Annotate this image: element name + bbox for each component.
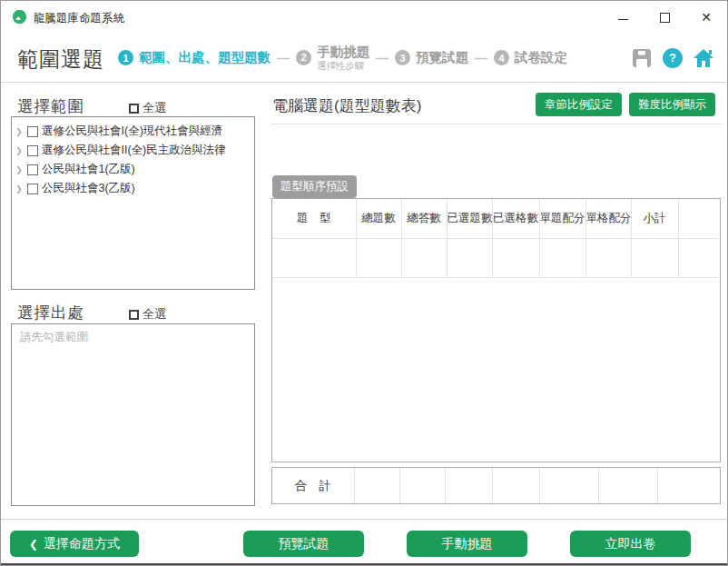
maximize-icon[interactable] <box>644 1 685 34</box>
step-2-number: 2 <box>296 50 311 65</box>
tree-item-checkbox[interactable] <box>27 145 38 156</box>
total-table: 合 計 <box>272 468 720 503</box>
window-bottom-edge <box>1 563 727 565</box>
save-icon[interactable] <box>631 47 653 69</box>
step-dash: — <box>475 51 487 65</box>
home-icon[interactable] <box>693 48 714 68</box>
range-select-all-checkbox[interactable] <box>129 104 139 114</box>
col-total-questions: 總題數 <box>356 199 401 238</box>
col-selected-cells: 已選格數 <box>492 199 539 238</box>
tree-item-label: 選修公民與社會I(全)現代社會與經濟 <box>42 124 222 139</box>
total-row-panel: 合 計 <box>271 467 721 504</box>
source-placeholder-text: 請先勾選範圍 <box>20 330 88 345</box>
source-select-all-checkbox[interactable] <box>129 310 139 320</box>
chevron-right-icon[interactable]: ❯ <box>15 146 24 155</box>
tree-item[interactable]: ❯ 選修公民與社會II(全)民主政治與法律 <box>15 141 252 160</box>
range-tree: ❯ 選修公民與社會I(全)現代社會與經濟 ❯ 選修公民與社會II(全)民主政治與… <box>12 117 254 198</box>
chevron-right-icon[interactable]: ❯ <box>15 127 24 136</box>
close-icon[interactable]: ✕ <box>685 1 727 34</box>
step-2-manual-pick[interactable]: 2 手動挑題 選擇性步驟 <box>296 45 369 71</box>
question-type-table: 題 型 總題數 總答數 已選題數 已選格數 單題配分 單格配分 小計 <box>272 199 720 278</box>
step-2-subtitle: 選擇性步驟 <box>317 60 369 71</box>
tree-item-label: 公民與社會3(乙版) <box>42 181 135 196</box>
source-panel-title: 選擇出處 <box>17 302 84 323</box>
chevron-right-icon[interactable]: ❯ <box>15 165 24 174</box>
header: 範圍選題 1 範圍、出處、題型題數 — 2 手動挑題 選擇性步驟 — 3 預覽試… <box>1 34 727 83</box>
question-type-table-panel: 題 型 總題數 總答數 已選題數 已選格數 單題配分 單格配分 小計 <box>271 198 721 462</box>
difficulty-ratio-button[interactable]: 難度比例顯示 <box>629 93 715 116</box>
step-3-number: 3 <box>395 50 410 65</box>
source-select-all: 全選 <box>129 306 166 323</box>
total-row: 合 計 <box>272 468 720 503</box>
source-list-panel: 請先勾選範圍 <box>11 323 255 506</box>
ratio-buttons: 章節比例設定 難度比例顯示 <box>536 93 715 116</box>
step-4-number: 4 <box>494 50 509 65</box>
step-3-preview[interactable]: 3 預覽試題 <box>395 49 468 66</box>
step-4-label: 試卷設定 <box>515 49 567 66</box>
step-4-paper-settings[interactable]: 4 試卷設定 <box>494 49 567 66</box>
bottom-divider <box>1 519 727 520</box>
col-question-type: 題 型 <box>272 199 356 238</box>
question-type-order-tag[interactable]: 題型順序預設 <box>272 175 357 198</box>
back-button-label: 選擇命題方式 <box>44 536 120 552</box>
tree-item[interactable]: ❯ 公民與社會1(乙版) <box>15 160 252 179</box>
chapter-ratio-button[interactable]: 章節比例設定 <box>536 93 622 116</box>
col-total-answers: 總答數 <box>401 199 447 238</box>
table-header-row: 題 型 總題數 總答數 已選題數 已選格數 單題配分 單格配分 小計 <box>272 199 720 238</box>
step-dash: — <box>376 51 389 65</box>
app-title: 龍騰題庫命題系統 <box>34 11 124 26</box>
col-points-per-cell: 單格配分 <box>585 199 631 238</box>
wizard-steps: 1 範圍、出處、題型題數 — 2 手動挑題 選擇性步驟 — 3 預覽試題 — 4… <box>118 34 567 82</box>
source-select-all-label: 全選 <box>143 306 166 323</box>
step-dash: — <box>277 51 290 65</box>
tree-item-label: 選修公民與社會II(全)民主政治與法律 <box>42 143 226 158</box>
window-controls: ✕ <box>602 1 727 34</box>
range-tree-panel: ❯ 選修公民與社會I(全)現代社會與經濟 ❯ 選修公民與社會II(全)民主政治與… <box>11 116 255 290</box>
col-subtotal: 小計 <box>631 199 678 238</box>
range-panel-title: 選擇範圍 <box>17 95 84 117</box>
header-icons: ? <box>631 34 714 82</box>
col-extra <box>678 199 720 238</box>
step-1-range[interactable]: 1 範圍、出處、題型題數 <box>118 49 271 66</box>
tree-item[interactable]: ❯ 公民與社會3(乙版) <box>15 179 252 198</box>
col-points-per-question: 單題配分 <box>539 199 585 238</box>
table-empty-row <box>272 238 720 277</box>
preview-questions-button[interactable]: 預覽試題 <box>243 531 364 557</box>
app-logo-icon <box>12 9 27 25</box>
back-arrow-icon: ❮ <box>29 538 38 551</box>
back-to-method-button[interactable]: ❮ 選擇命題方式 <box>10 531 139 557</box>
range-select-all: 全選 <box>129 100 166 116</box>
tree-item-label: 公民與社會1(乙版) <box>42 162 135 177</box>
step-1-label: 範圍、出處、題型題數 <box>139 49 271 66</box>
help-icon[interactable]: ? <box>663 48 683 68</box>
step-2-label: 手動挑題 <box>317 45 369 60</box>
tree-item[interactable]: ❯ 選修公民與社會I(全)現代社會與經濟 <box>15 122 252 141</box>
page-title: 範圍選題 <box>17 45 104 74</box>
chevron-right-icon[interactable]: ❯ <box>15 184 24 194</box>
app-window: 龍騰題庫命題系統 ✕ 範圍選題 1 範圍、出處、題型題數 — 2 手動挑題 選擇… <box>0 0 728 566</box>
step-3-label: 預覽試題 <box>416 49 468 66</box>
col-selected-questions: 已選題數 <box>447 199 492 238</box>
tree-item-checkbox[interactable] <box>27 126 38 137</box>
range-select-all-label: 全選 <box>143 100 166 116</box>
step-1-number: 1 <box>118 50 133 65</box>
manual-pick-button[interactable]: 手動挑題 <box>407 531 527 557</box>
tree-item-checkbox[interactable] <box>27 184 38 194</box>
total-label: 合 計 <box>272 468 354 503</box>
main-divider <box>271 124 722 124</box>
titlebar: 龍騰題庫命題系統 ✕ <box>1 1 727 34</box>
tree-item-checkbox[interactable] <box>27 164 38 175</box>
computer-selection-title: 電腦選題(題型題數表) <box>272 95 421 116</box>
minimize-icon[interactable] <box>602 1 644 34</box>
generate-paper-button[interactable]: 立即出卷 <box>570 531 691 557</box>
